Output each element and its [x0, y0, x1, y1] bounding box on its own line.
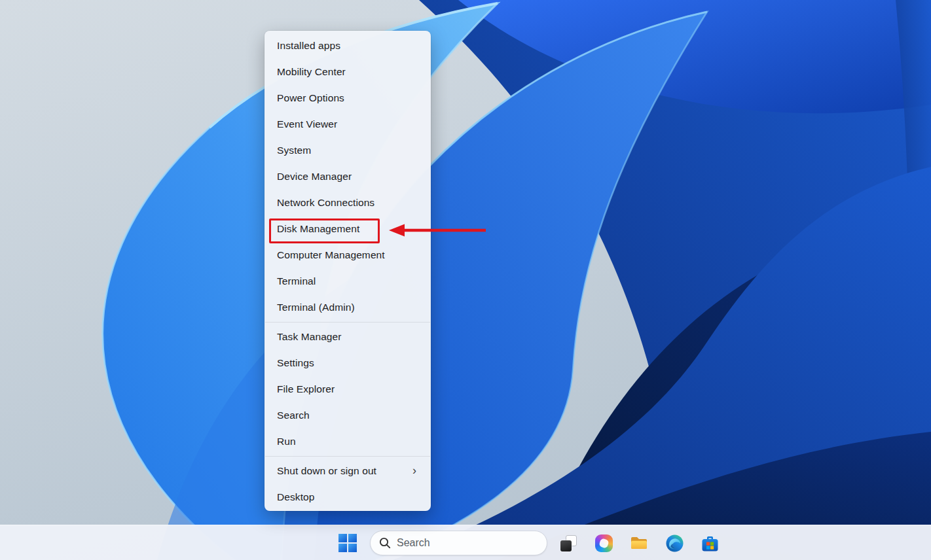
menu-item-terminal[interactable]: Terminal [265, 268, 431, 294]
task-view-button[interactable] [555, 530, 581, 556]
file-explorer-icon [630, 534, 648, 552]
menu-item-label: Computer Management [277, 249, 385, 261]
menu-item-label: Network Connections [277, 197, 374, 209]
menu-item-installed-apps[interactable]: Installed apps [265, 33, 431, 59]
menu-item-label: System [277, 145, 311, 156]
desktop-wallpaper [0, 0, 931, 560]
task-view-front-window [560, 540, 572, 551]
copilot-icon [595, 534, 613, 552]
menu-item-label: Shut down or sign out [277, 465, 376, 477]
menu-item-label: Power Options [277, 92, 344, 104]
menu-item-system[interactable]: System [265, 137, 431, 164]
microsoft-store-icon [701, 534, 719, 552]
pinned-apps [555, 530, 723, 556]
menu-item-computer-management[interactable]: Computer Management [265, 242, 431, 268]
menu-item-label: Task Manager [277, 331, 342, 343]
winx-menu: Installed apps Mobility Center Power Opt… [265, 31, 431, 511]
menu-item-label: Run [277, 436, 296, 447]
menu-item-label: Desktop [277, 491, 315, 503]
menu-item-label: Installed apps [277, 40, 340, 52]
menu-item-network-connections[interactable]: Network Connections [265, 190, 431, 216]
menu-item-file-explorer[interactable]: File Explorer [265, 376, 431, 402]
bloom-wallpaper-art [0, 0, 931, 560]
edge-button[interactable] [661, 530, 687, 556]
microsoft-store-button[interactable] [697, 530, 723, 556]
menu-item-shut-down-or-sign-out[interactable]: Shut down or sign out › [265, 458, 431, 484]
copilot-button[interactable] [591, 530, 617, 556]
menu-item-desktop[interactable]: Desktop [265, 484, 431, 510]
windows-logo-icon [338, 534, 357, 552]
menu-item-task-manager[interactable]: Task Manager [265, 324, 431, 350]
menu-item-label: File Explorer [277, 383, 335, 395]
menu-item-label: Disk Management [277, 223, 359, 235]
menu-item-mobility-center[interactable]: Mobility Center [265, 59, 431, 85]
menu-item-label: Mobility Center [277, 66, 346, 78]
menu-item-label: Terminal [277, 275, 316, 287]
menu-item-label: Settings [277, 357, 314, 369]
taskbar [0, 525, 931, 560]
file-explorer-button[interactable] [626, 530, 652, 556]
taskbar-search[interactable] [370, 531, 547, 555]
menu-separator [265, 456, 430, 457]
menu-item-settings[interactable]: Settings [265, 350, 431, 376]
search-icon [379, 537, 391, 549]
task-view-icon [560, 535, 577, 551]
taskbar-items [335, 525, 723, 560]
menu-item-label: Event Viewer [277, 118, 337, 130]
menu-item-device-manager[interactable]: Device Manager [265, 164, 431, 190]
start-button[interactable] [335, 530, 361, 556]
menu-item-label: Search [277, 410, 310, 421]
menu-item-label: Device Manager [277, 171, 352, 183]
menu-item-terminal-admin[interactable]: Terminal (Admin) [265, 294, 431, 321]
submenu-chevron-icon: › [412, 464, 416, 476]
menu-item-run[interactable]: Run [265, 429, 431, 455]
menu-item-disk-management[interactable]: Disk Management [265, 216, 431, 242]
microsoft-edge-icon [666, 534, 684, 552]
menu-separator [265, 322, 430, 323]
menu-item-power-options[interactable]: Power Options [265, 85, 431, 111]
search-input[interactable] [397, 537, 528, 549]
menu-item-search[interactable]: Search [265, 402, 431, 429]
menu-item-event-viewer[interactable]: Event Viewer [265, 111, 431, 137]
menu-item-label: Terminal (Admin) [277, 302, 355, 313]
